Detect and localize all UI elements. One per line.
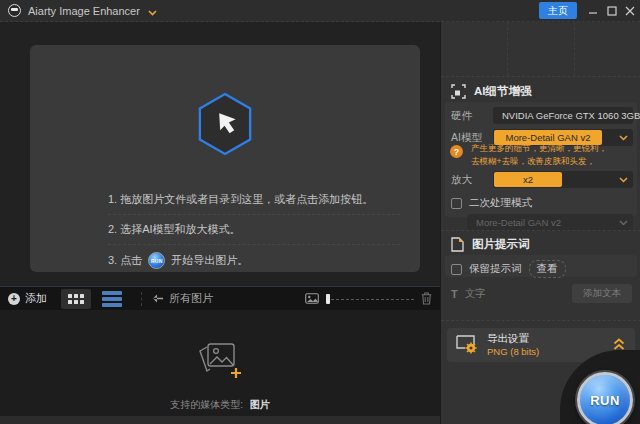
scale-value: x2 bbox=[494, 172, 562, 187]
keep-prompt-label: 保留提示词 bbox=[469, 262, 522, 276]
add-button-label: 添加 bbox=[25, 291, 47, 306]
maximize-button[interactable] bbox=[603, 0, 621, 22]
scale-label: 放大 bbox=[451, 171, 472, 188]
minimize-button[interactable] bbox=[584, 0, 602, 22]
instruction-step-1: 1. 拖放图片文件或者目录到这里，或者点击添加按钮。 bbox=[108, 185, 400, 215]
titlebar: Aiarty Image Enhancer 主页 bbox=[0, 0, 640, 22]
all-images-label: 所有图片 bbox=[169, 291, 213, 306]
arrow-left-icon bbox=[152, 294, 163, 303]
grid-view-icon bbox=[68, 294, 84, 304]
instruction-step-3: 3. 点击 RUN 开始导出图片。 bbox=[108, 245, 400, 276]
add-button[interactable]: + 添加 bbox=[0, 287, 55, 310]
chevron-down-icon bbox=[619, 177, 633, 183]
ai-enhance-section-header: AI细节增强 bbox=[451, 84, 532, 99]
all-images-button[interactable]: 所有图片 bbox=[152, 291, 213, 306]
export-format-value: PNG (8 bits) bbox=[487, 346, 539, 357]
model-hint-line2: 去模糊+去噪，改善皮肤和头发， bbox=[471, 155, 607, 168]
section-separator bbox=[441, 230, 640, 231]
trash-icon[interactable] bbox=[421, 292, 432, 305]
second-pass-checkbox-row[interactable]: 二次处理模式 bbox=[451, 196, 532, 210]
view-prompt-button[interactable]: 查看 bbox=[529, 260, 566, 278]
settings-panel: AI细节增强 硬件 NVIDIA GeForce GTX 1060 3GB AI… bbox=[440, 22, 640, 424]
app-logo-icon bbox=[8, 4, 21, 17]
prompt-section-title: 图片提示词 bbox=[472, 237, 530, 252]
panel-top-empty bbox=[441, 22, 640, 77]
list-view-icon bbox=[102, 291, 122, 307]
ai-enhance-section-title: AI细节增强 bbox=[474, 84, 532, 99]
grid-view-button[interactable] bbox=[61, 289, 91, 309]
instruction-step-3-before: 3. 点击 bbox=[108, 253, 142, 268]
second-pass-model-dropdown: More-Detail GAN v2 bbox=[467, 214, 633, 231]
model-hint-line1: 产生更多的细节，更清晰，更锐利， bbox=[471, 142, 607, 155]
model-hint: 产生更多的细节，更清晰，更锐利， 去模糊+去噪，改善皮肤和头发， bbox=[471, 142, 607, 168]
slider-track bbox=[326, 299, 414, 300]
keep-prompt-checkbox-row[interactable]: 保留提示词 查看 bbox=[451, 260, 566, 278]
run-button[interactable]: RUN bbox=[577, 372, 633, 424]
bottom-strip bbox=[0, 416, 440, 424]
text-row: T 文字 添加文本 bbox=[451, 284, 632, 303]
checkbox-icon[interactable] bbox=[451, 198, 462, 209]
plus-circle-icon: + bbox=[8, 293, 20, 305]
empty-images-icon bbox=[195, 339, 245, 385]
hardware-label: 硬件 bbox=[451, 107, 472, 124]
hardware-dropdown[interactable]: NVIDIA GeForce GTX 1060 3GB bbox=[493, 107, 633, 124]
slider-handle[interactable] bbox=[326, 294, 330, 304]
instruction-step-2: 2. 选择AI模型和放大模式。 bbox=[108, 215, 400, 245]
instruction-step-3-after: 开始导出图片。 bbox=[171, 253, 248, 268]
drop-hexagon-icon bbox=[196, 91, 254, 161]
document-icon bbox=[451, 237, 464, 252]
chevron-down-icon bbox=[619, 220, 633, 226]
checkbox-icon[interactable] bbox=[451, 264, 462, 275]
app-title: Aiarty Image Enhancer bbox=[28, 5, 140, 17]
export-settings-title: 导出设置 bbox=[487, 332, 529, 346]
help-icon[interactable]: ? bbox=[450, 145, 463, 158]
export-settings-icon bbox=[456, 335, 478, 354]
supported-media-label: 支持的媒体类型: bbox=[170, 399, 243, 410]
file-toolbar: + 添加 所有图片 bbox=[0, 286, 440, 310]
main-area: 1. 拖放图片文件或者目录到这里，或者点击添加按钮。 2. 选择AI模型和放大模… bbox=[0, 22, 440, 424]
ai-enhance-icon bbox=[451, 84, 466, 99]
scale-dropdown[interactable]: x2 bbox=[493, 171, 633, 188]
text-icon: T bbox=[451, 288, 458, 300]
supported-media-value: 图片 bbox=[250, 399, 270, 410]
second-pass-model-value: More-Detail GAN v2 bbox=[467, 217, 561, 228]
prompt-section-header: 图片提示词 bbox=[451, 237, 530, 252]
supported-media-status: 支持的媒体类型: 图片 bbox=[0, 398, 440, 412]
hardware-value: NVIDIA GeForce GTX 1060 3GB bbox=[493, 110, 640, 121]
instructions: 1. 拖放图片文件或者目录到这里，或者点击添加按钮。 2. 选择AI模型和放大模… bbox=[108, 185, 400, 276]
home-button[interactable]: 主页 bbox=[539, 2, 577, 19]
thumbnail-size-icon bbox=[305, 293, 319, 304]
close-button[interactable] bbox=[621, 0, 639, 22]
toolbar-separator bbox=[141, 292, 142, 306]
chevron-down-icon[interactable] bbox=[148, 2, 157, 20]
second-pass-label: 二次处理模式 bbox=[469, 196, 532, 210]
section-separator bbox=[441, 320, 640, 321]
chevron-down-icon bbox=[619, 135, 633, 141]
image-drop-zone[interactable]: 1. 拖放图片文件或者目录到这里，或者点击添加按钮。 2. 选择AI模型和放大模… bbox=[30, 45, 420, 272]
add-text-button[interactable]: 添加文本 bbox=[572, 284, 632, 303]
list-view-button[interactable] bbox=[97, 289, 127, 309]
text-label: 文字 bbox=[465, 287, 486, 301]
run-mini-icon: RUN bbox=[148, 252, 165, 269]
thumbnail-size-slider[interactable] bbox=[326, 294, 414, 304]
